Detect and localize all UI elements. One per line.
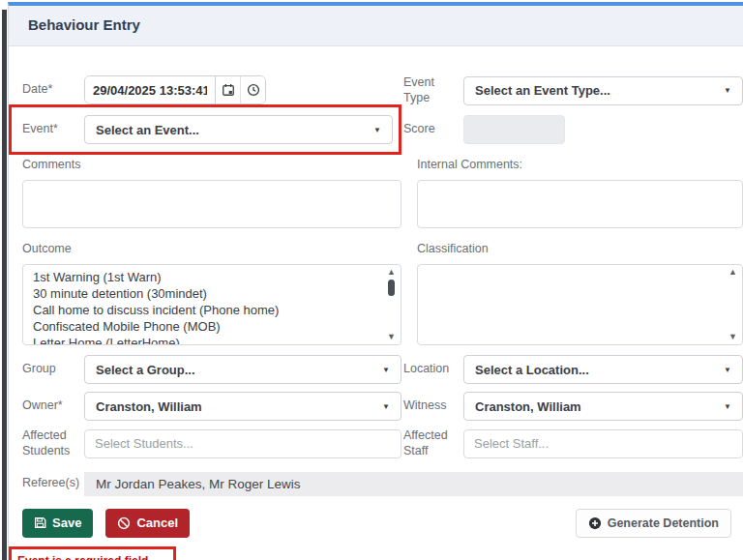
owner-field-row: Owner* Cranston, William ▼ — [22, 392, 401, 421]
screen: Behaviour Entry Date* — [0, 0, 743, 560]
affected-students-label: Affected Students — [22, 428, 84, 458]
affected-staff-input[interactable] — [463, 429, 743, 458]
location-label: Location — [401, 362, 463, 377]
comments-label: Comments — [22, 158, 401, 171]
internal-comments-textarea[interactable] — [417, 180, 743, 228]
witness-label: Witness — [401, 398, 463, 414]
dialog-body: Date* — [9, 46, 743, 560]
listbox-option[interactable]: Confiscated Mobile Phone (MOB) — [33, 318, 383, 335]
dropdown-caret-icon: ▼ — [368, 126, 381, 134]
dropdown-caret-icon: ▼ — [376, 402, 390, 411]
dropdown-caret-icon: ▼ — [718, 86, 731, 95]
referees-value-bar: Mr Jordan Peakes, Mr Roger Lewis — [84, 472, 743, 496]
dropdown-caret-icon: ▼ — [376, 366, 390, 374]
plus-circle-icon — [588, 516, 602, 530]
witness-select[interactable]: Cranston, William ▼ — [463, 392, 743, 421]
score-field-row: Score — [401, 115, 743, 144]
affected-students-input[interactable] — [84, 429, 401, 458]
location-select[interactable]: Select a Location... ▼ — [463, 355, 743, 384]
group-select[interactable]: Select a Group... ▼ — [84, 355, 401, 384]
classification-label: Classification — [417, 242, 743, 255]
referees-value: Mr Jordan Peakes, Mr Roger Lewis — [96, 477, 301, 491]
listbox-option[interactable]: 30 minute detention (30mindet) — [33, 285, 383, 302]
group-label: Group — [22, 362, 84, 377]
scroll-up-icon[interactable]: ▲ — [728, 268, 737, 277]
owner-label: Owner* — [22, 398, 84, 414]
event-select[interactable]: Select an Event... ▼ — [84, 115, 393, 144]
dropdown-caret-icon: ▼ — [718, 402, 731, 411]
outcome-listbox[interactable]: 1st Warning (1st Warn) 30 minute detenti… — [22, 264, 401, 345]
event-field-row: Event* Select an Event... ▼ — [22, 115, 393, 144]
page-edge-strip — [2, 10, 7, 560]
outcome-scrollbar[interactable]: ▲ ▼ — [385, 268, 398, 341]
affected-staff-field-row: Affected Staff — [401, 428, 743, 458]
cancel-icon — [117, 516, 131, 530]
referees-field-row: Referee(s) Mr Jordan Peakes, Mr Roger Le… — [22, 472, 743, 496]
classification-scrollbar[interactable]: ▲ ▼ — [727, 268, 739, 341]
save-icon — [34, 516, 46, 529]
date-input[interactable] — [85, 76, 215, 103]
validation-error-box: Event is a required field. — [9, 546, 176, 560]
save-button[interactable]: Save — [22, 509, 93, 538]
group-field-row: Group Select a Group... ▼ — [22, 355, 401, 384]
affected-staff-label: Affected Staff — [401, 428, 463, 458]
event-type-field-row: Event Type Select an Event Type... ▼ — [401, 75, 743, 105]
behaviour-entry-dialog: Behaviour Entry Date* — [8, 2, 743, 560]
dialog-title: Behaviour Entry — [28, 16, 140, 33]
cancel-button[interactable]: Cancel — [105, 509, 190, 538]
comments-textarea[interactable] — [22, 180, 401, 228]
scroll-down-icon[interactable]: ▼ — [728, 333, 737, 341]
generate-detention-button[interactable]: Generate Detention — [576, 509, 731, 538]
dialog-actions: Save Cancel — [22, 509, 743, 538]
dialog-header: Behaviour Entry — [9, 6, 743, 46]
listbox-option[interactable]: Call home to discuss incident (Phone hom… — [33, 302, 383, 318]
score-label: Score — [401, 122, 463, 137]
listbox-option[interactable]: Letter Home (LetterHome) — [33, 335, 383, 345]
score-input — [463, 115, 565, 144]
witness-field-row: Witness Cranston, William ▼ — [401, 392, 743, 421]
referees-label: Referee(s) — [22, 476, 84, 491]
location-field-row: Location Select a Location... ▼ — [401, 355, 743, 384]
scrollbar-thumb[interactable] — [388, 280, 395, 296]
internal-comments-label: Internal Comments: — [417, 158, 743, 171]
scroll-up-icon[interactable]: ▲ — [387, 268, 396, 277]
dropdown-caret-icon: ▼ — [718, 366, 731, 374]
event-type-select[interactable]: Select an Event Type... ▼ — [463, 76, 743, 105]
date-field-row: Date* — [22, 75, 401, 104]
owner-select[interactable]: Cranston, William ▼ — [84, 392, 401, 421]
date-input-group — [84, 75, 266, 104]
event-type-label: Event Type — [401, 75, 463, 105]
date-label: Date* — [22, 82, 84, 98]
scroll-down-icon[interactable]: ▼ — [387, 333, 396, 341]
listbox-option[interactable]: 1st Warning (1st Warn) — [33, 269, 383, 285]
validation-error-text: Event is a required field. — [17, 554, 152, 560]
calendar-icon[interactable] — [215, 76, 240, 103]
classification-listbox[interactable]: ▲ ▼ — [417, 264, 743, 345]
clock-icon[interactable] — [240, 76, 265, 103]
event-label: Event* — [22, 122, 84, 137]
affected-students-field-row: Affected Students — [22, 428, 401, 458]
outcome-label: Outcome — [22, 242, 401, 255]
